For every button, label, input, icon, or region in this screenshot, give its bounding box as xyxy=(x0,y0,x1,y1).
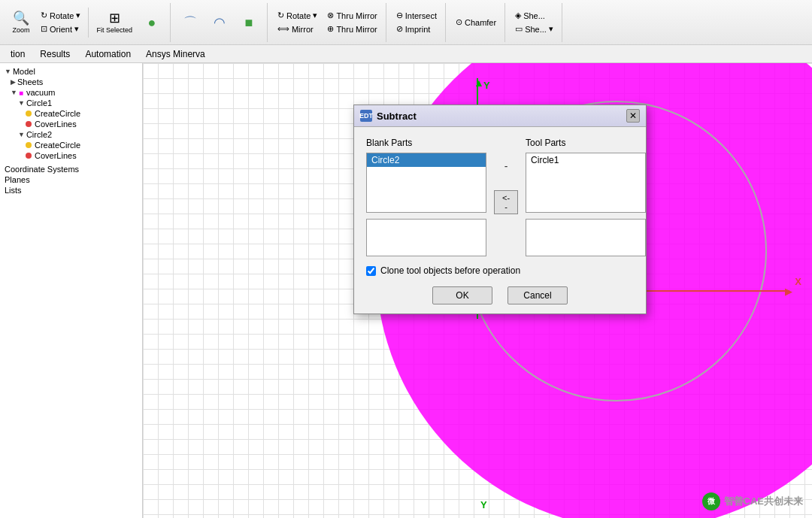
intersect-button[interactable]: ⊘ Imprint xyxy=(392,23,441,35)
rotate-dropdown-icon: ▾ xyxy=(76,11,80,20)
blank-parts-listbox[interactable]: Circle2 xyxy=(366,153,486,213)
rotate-button[interactable]: ↻ Rotate ▾ xyxy=(37,9,84,22)
coordinate-systems-item[interactable]: Coordinate Systems xyxy=(3,164,139,174)
createcircle2-label: CreateCircle xyxy=(35,141,80,150)
curve-icon: ⌒ xyxy=(183,16,197,29)
intersect-label: Imprint xyxy=(405,25,431,34)
rotate-icon: ↻ xyxy=(41,11,47,20)
fit-selected-button[interactable]: ⊞ Fit Selected xyxy=(92,10,136,35)
rotate2-dropdown: ▾ xyxy=(313,11,317,20)
coverlines1-item[interactable]: CoverLines xyxy=(3,119,139,129)
toolbar-group-shapes: ⌒ ◠ ■ xyxy=(172,3,268,42)
operation-menu-item[interactable]: tion xyxy=(3,47,32,62)
clone-checkbox-row: Clone tool objects before operation xyxy=(366,265,634,276)
sheet-icon: ▭ xyxy=(515,24,523,34)
rotate-label: Rotate xyxy=(50,11,74,20)
dialog-title-text: Subtract xyxy=(377,111,417,122)
toolbar-group-main: 🔍 Zoom ↻ Rotate ▾ ⊡ Orient ▾ ⊞ Fit Selec… xyxy=(3,3,171,42)
dialog-title-left: EDT Subtract xyxy=(360,110,417,122)
y-bottom-label: Y xyxy=(480,499,487,510)
orient-button[interactable]: ⊡ Orient ▾ xyxy=(37,23,84,35)
tool-parts-col: Tool Parts Circle1 xyxy=(526,138,646,256)
coverlines1-label: CoverLines xyxy=(35,120,77,129)
tool-parts-item-circle1[interactable]: Circle1 xyxy=(526,153,645,167)
vacuum-dot: ■ xyxy=(19,89,23,97)
sheet-button[interactable]: ▭ She... ▾ xyxy=(511,23,557,35)
circle2-label: Circle2 xyxy=(26,130,52,139)
circle1-label: Circle1 xyxy=(26,98,52,108)
circle-toolbar-button[interactable]: ● xyxy=(138,14,165,31)
vacuum-label: vacuum xyxy=(26,88,56,97)
clone-checkbox[interactable] xyxy=(366,266,376,276)
vacuum-expand-icon: ▼ xyxy=(11,89,17,96)
model-root-item[interactable]: ▼ Model xyxy=(3,66,139,77)
sheet-dropdown: ▾ xyxy=(549,24,553,34)
automation-menu-item[interactable]: Automation xyxy=(77,47,138,62)
imprint-button[interactable]: ⊙ Chamfer xyxy=(452,16,500,29)
createcircle2-dot xyxy=(26,142,32,148)
createcircle1-item[interactable]: CreateCircle xyxy=(3,108,139,119)
toolbar-group-imprint: ⊙ Chamfer xyxy=(447,3,505,42)
coverlines1-dot xyxy=(26,121,32,127)
blank-parts-col: Blank Parts Circle2 xyxy=(366,138,486,256)
dialog-action-buttons: OK Cancel xyxy=(366,286,634,304)
toolbar: 🔍 Zoom ↻ Rotate ▾ ⊡ Orient ▾ ⊞ Fit Selec… xyxy=(0,0,812,45)
fit-selected-icon: ⊞ xyxy=(109,11,120,25)
circle1-expand-icon: ▼ xyxy=(18,99,25,107)
tool-parts-empty-area xyxy=(526,219,646,256)
mirror-button[interactable]: ⟺ Mirror xyxy=(274,23,321,35)
zoom-icon: 🔍 xyxy=(13,11,29,25)
sheets-expand-icon: ▶ xyxy=(11,78,16,86)
square-button[interactable]: ■ xyxy=(235,14,262,31)
x-axis-arrow: ▶ xyxy=(785,286,792,297)
mirror-icon: ⟺ xyxy=(277,24,289,34)
orient-label: Orient xyxy=(50,25,72,34)
chamfer-button[interactable]: ◈ She... xyxy=(511,9,557,22)
viewport: ▲ Y ▶ X Y EDT xyxy=(143,63,812,518)
sheets-label: Sheets xyxy=(17,77,43,86)
ansys-minerva-menu-item[interactable]: Ansys Minerva xyxy=(138,47,213,62)
dialog-close-button[interactable]: ✕ xyxy=(626,109,640,123)
rotate2-label: Rotate xyxy=(286,11,311,20)
watermark-icon: 微 xyxy=(702,492,720,510)
model-label: Model xyxy=(13,67,35,76)
y-axis-arrow: ▲ xyxy=(474,77,484,89)
createcircle1-dot xyxy=(26,111,32,117)
clone-checkbox-label: Clone tool objects before operation xyxy=(380,265,520,276)
subtract-toolbar-button[interactable]: ⊖ Intersect xyxy=(392,9,441,22)
circle1-item[interactable]: ▼ Circle1 xyxy=(3,98,139,108)
imprint-icon: ⊙ xyxy=(456,17,462,27)
createcircle1-label: CreateCircle xyxy=(35,109,80,118)
rotate2-button[interactable]: ↻ Rotate ▾ xyxy=(274,9,321,22)
chamfer-icon: ◈ xyxy=(515,11,521,20)
orient-dropdown-icon: ▾ xyxy=(74,24,79,34)
transfer-arrow-button[interactable]: <-- xyxy=(494,190,518,214)
createcircle2-item[interactable]: CreateCircle xyxy=(3,140,139,150)
cancel-button[interactable]: Cancel xyxy=(508,286,568,304)
circle-icon: ● xyxy=(148,16,156,29)
blank-parts-item-circle2[interactable]: Circle2 xyxy=(367,153,486,167)
thru-mirror-button[interactable]: ⊕ Thru Mirror xyxy=(323,23,380,35)
subtract-icon: ⊖ xyxy=(396,11,403,20)
results-menu-item[interactable]: Results xyxy=(32,47,77,62)
arc-button[interactable]: ◠ xyxy=(206,14,233,31)
blank-parts-empty-area xyxy=(366,219,486,256)
planes-item[interactable]: Planes xyxy=(3,174,139,185)
lists-item[interactable]: Lists xyxy=(3,185,139,195)
sheets-item[interactable]: ▶ Sheets xyxy=(3,77,139,87)
tool-parts-listbox[interactable]: Circle1 xyxy=(526,153,646,213)
planes-label: Planes xyxy=(5,175,30,184)
rotate2-icon: ↻ xyxy=(277,11,284,20)
ok-button[interactable]: OK xyxy=(432,286,492,304)
imprint-label: Chamfer xyxy=(465,18,496,27)
zoom-button[interactable]: 🔍 Zoom xyxy=(8,10,35,35)
main-area: ▼ Model ▶ Sheets ▼ ■ vacuum ▼ Circle1 Cr… xyxy=(0,63,812,518)
toolbar-group-boolean: ⊖ Intersect ⊘ Imprint xyxy=(388,3,446,42)
coverlines2-item[interactable]: CoverLines xyxy=(3,150,139,161)
circle2-item[interactable]: ▼ Circle2 xyxy=(3,129,139,140)
arc-icon: ◠ xyxy=(214,16,226,29)
lists-label: Lists xyxy=(5,186,22,195)
vacuum-item[interactable]: ▼ ■ vacuum xyxy=(3,87,139,98)
curve-button[interactable]: ⌒ xyxy=(177,14,204,31)
around-axis-button[interactable]: ⊗ Thru Mirror xyxy=(323,9,380,22)
